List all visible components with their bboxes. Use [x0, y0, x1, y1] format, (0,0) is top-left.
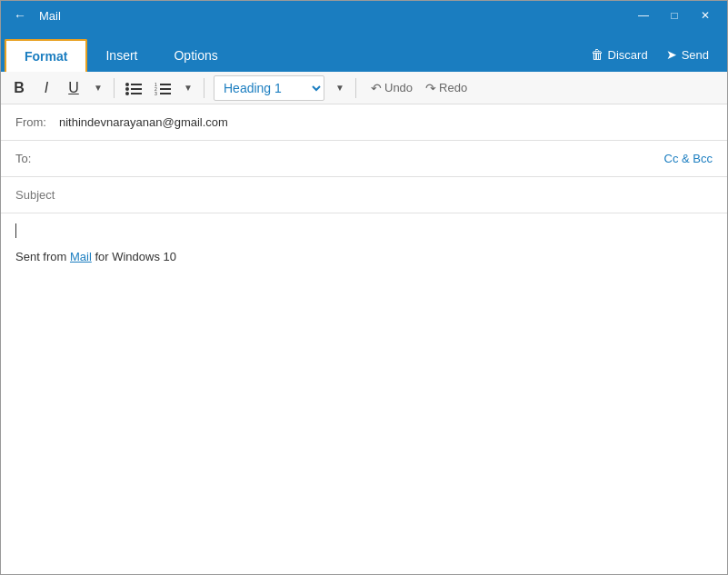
body-area[interactable]: Sent from Mail for Windows 10	[1, 213, 727, 574]
title-bar: ← Mail — □ ✕	[1, 1, 727, 30]
undo-icon: ↶	[371, 81, 382, 95]
underline-button[interactable]: U	[61, 75, 86, 101]
maximize-button[interactable]: □	[660, 3, 689, 28]
svg-point-0	[125, 83, 129, 86]
ribbon-tabs: Format Insert Options 🗑 Discard ➤ Send	[1, 30, 727, 72]
to-row: To: Cc & Bcc	[1, 141, 727, 177]
discard-label: Discard	[608, 48, 648, 62]
svg-rect-5	[131, 93, 142, 94]
send-label: Send	[682, 48, 709, 62]
tab-format[interactable]: Format	[5, 39, 87, 72]
ordered-list-icon: 1 2 3	[155, 81, 171, 95]
cursor-caret	[15, 223, 16, 238]
format-toolbar: B I U ▼ 1 2 3 ▼	[1, 72, 727, 104]
mail-link[interactable]: Mail	[70, 250, 92, 263]
undo-redo-group: ↶ Undo ↷ Redo	[365, 75, 473, 101]
subject-row	[1, 177, 727, 213]
from-label: From:	[15, 115, 52, 129]
compose-area: From: nithindevnarayanan@gmail.com To: C…	[1, 104, 727, 574]
mail-window: ← Mail — □ ✕ Format Insert Options 🗑 Dis…	[0, 0, 728, 575]
window-title: Mail	[39, 9, 61, 23]
unordered-list-icon	[125, 81, 142, 95]
send-icon: ➤	[666, 47, 677, 62]
from-value: nithindevnarayanan@gmail.com	[59, 115, 713, 129]
tab-insert-label: Insert	[105, 48, 137, 63]
to-label: To:	[15, 152, 52, 165]
tab-options[interactable]: Options	[155, 39, 235, 72]
signature-prefix: Sent from	[15, 250, 70, 263]
to-input[interactable]	[59, 152, 664, 165]
subject-input[interactable]	[15, 188, 713, 202]
send-button[interactable]: ➤ Send	[659, 41, 716, 68]
cc-bcc-button[interactable]: Cc & Bcc	[664, 152, 713, 165]
signature-suffix: for Windows 10	[92, 250, 176, 263]
tab-insert[interactable]: Insert	[87, 39, 155, 72]
discard-button[interactable]: 🗑 Discard	[583, 41, 655, 68]
svg-rect-1	[131, 84, 142, 85]
heading-select[interactable]: Heading 1 Normal Heading 2 Heading 3	[214, 76, 324, 100]
ordered-list-button[interactable]: 1 2 3	[149, 75, 176, 101]
bold-button[interactable]: B	[6, 75, 32, 101]
svg-point-4	[125, 92, 129, 95]
heading-select-wrapper: Heading 1 Normal Heading 2 Heading 3	[214, 75, 324, 101]
trash-icon: 🗑	[591, 47, 603, 62]
back-button[interactable]: ←	[8, 6, 32, 25]
svg-rect-9	[160, 88, 171, 90]
toolbar-separator-2	[204, 78, 204, 98]
svg-rect-3	[131, 88, 142, 90]
svg-rect-7	[160, 84, 171, 85]
close-button[interactable]: ✕	[691, 3, 720, 28]
title-bar-controls: — □ ✕	[629, 3, 720, 28]
from-row: From: nithindevnarayanan@gmail.com	[1, 104, 727, 141]
redo-label: Redo	[439, 81, 467, 94]
toolbar-separator-3	[355, 78, 356, 98]
redo-icon: ↷	[425, 81, 436, 95]
list-format-dropdown[interactable]: ▼	[178, 75, 198, 101]
text-format-dropdown[interactable]: ▼	[88, 75, 108, 101]
redo-button[interactable]: ↷ Redo	[420, 75, 473, 101]
body-signature: Sent from Mail for Windows 10	[15, 250, 713, 263]
unordered-list-button[interactable]	[120, 75, 147, 101]
heading-extra-dropdown[interactable]: ▼	[330, 75, 350, 101]
svg-point-2	[125, 87, 129, 91]
italic-button[interactable]: I	[34, 75, 59, 101]
tab-format-label: Format	[25, 49, 67, 64]
minimize-button[interactable]: —	[629, 3, 658, 28]
ribbon-actions: 🗑 Discard ➤ Send	[583, 41, 727, 72]
svg-text:3: 3	[155, 91, 157, 95]
svg-rect-11	[160, 93, 171, 94]
undo-label: Undo	[384, 81, 413, 94]
title-bar-left: ← Mail	[8, 6, 629, 25]
toolbar-separator-1	[114, 78, 115, 98]
undo-button[interactable]: ↶ Undo	[365, 75, 418, 101]
tab-options-label: Options	[174, 48, 217, 63]
cursor-line	[15, 223, 713, 239]
